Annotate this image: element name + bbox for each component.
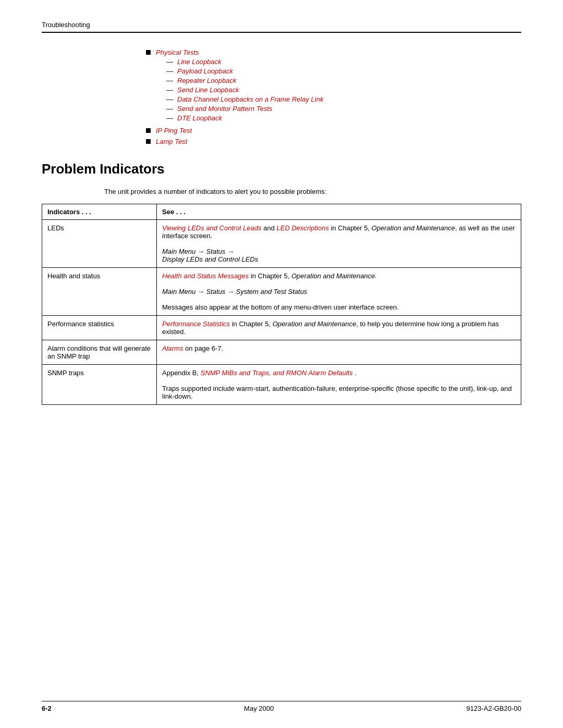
- sub-bullet-label[interactable]: Line Loopback: [177, 58, 222, 66]
- section-heading: Problem Indicators: [42, 161, 521, 177]
- indicators-table: Indicators . . . See . . . LEDs Viewing …: [42, 204, 521, 405]
- list-item: — DTE Loopback: [166, 114, 323, 122]
- table-row: Alarm conditions that will generate an S…: [42, 340, 521, 365]
- indicator-cell: Performance statistics: [42, 316, 157, 340]
- table-row: Health and status Health and Status Mess…: [42, 268, 521, 316]
- bullet-section: Physical Tests — Line Loopback — Payload…: [146, 48, 521, 145]
- indicator-cell: Alarm conditions that will generate an S…: [42, 340, 157, 365]
- indicator-cell: LEDs: [42, 220, 157, 268]
- bullet-square-icon: [146, 128, 151, 133]
- list-item: — Send Line Loopback: [166, 86, 323, 94]
- table-header-see: See . . .: [157, 204, 521, 220]
- sub-bullet-label[interactable]: Repeater Loopback: [177, 77, 236, 84]
- dash-icon: —: [166, 95, 173, 103]
- list-item: — Send and Monitor Pattern Tests: [166, 105, 323, 113]
- dash-icon: —: [166, 86, 173, 94]
- dash-icon: —: [166, 114, 173, 122]
- see-cell: Viewing LEDs and Control Leads and LED D…: [157, 220, 521, 268]
- list-item: Physical Tests — Line Loopback — Payload…: [146, 48, 521, 124]
- footer-document-id: 9123-A2-GB20-00: [466, 705, 521, 712]
- perf-link[interactable]: Performance Statistics: [162, 320, 230, 328]
- table-row: Performance statistics Performance Stati…: [42, 316, 521, 340]
- list-item: — Data Channel Loopbacks on a Frame Rela…: [166, 95, 323, 103]
- header-title: Troubleshooting: [42, 21, 90, 29]
- sub-bullet-label[interactable]: DTE Loopback: [177, 114, 222, 122]
- page-header: Troubleshooting: [42, 21, 521, 33]
- alarms-link[interactable]: Alarms: [162, 344, 183, 352]
- leds-viewing-link[interactable]: Viewing LEDs and Control Leads: [162, 224, 262, 232]
- health-link[interactable]: Health and Status Messages: [162, 272, 249, 280]
- bullet-square-icon: [146, 50, 151, 55]
- list-item: — Line Loopback: [166, 58, 323, 66]
- snmp-link[interactable]: SNMP MIBs and Traps, and RMON Alarm Defa…: [201, 369, 353, 377]
- table-header-indicators: Indicators . . .: [42, 204, 157, 220]
- sub-bullet-label[interactable]: Send Line Loopback: [177, 86, 239, 94]
- sub-bullet-label[interactable]: Data Channel Loopbacks on a Frame Relay …: [177, 95, 323, 103]
- dash-icon: —: [166, 77, 173, 84]
- dash-icon: —: [166, 58, 173, 66]
- leds-desc-link[interactable]: LED Descriptions: [276, 224, 328, 232]
- table-row: LEDs Viewing LEDs and Control Leads and …: [42, 220, 521, 268]
- table-row: SNMP traps Appendix B, SNMP MIBs and Tra…: [42, 365, 521, 405]
- sub-bullet-label[interactable]: Send and Monitor Pattern Tests: [177, 105, 272, 113]
- sub-bullet-label[interactable]: Payload Loopback: [177, 67, 233, 75]
- page-footer: 6-2 May 2000 9123-A2-GB20-00: [42, 701, 521, 712]
- bullet-label[interactable]: Lamp Test: [156, 138, 187, 145]
- list-item: IP Ping Test: [146, 127, 521, 134]
- list-item: — Payload Loopback: [166, 67, 323, 75]
- snmp-trap-description: Traps supported include warm-start, auth…: [162, 385, 512, 400]
- leds-menu-path: Main Menu → Status →Display LEDs and Con…: [162, 248, 258, 263]
- list-item: — Repeater Loopback: [166, 77, 323, 84]
- see-cell: Alarms on page 6-7.: [157, 340, 521, 365]
- see-cell: Health and Status Messages in Chapter 5,…: [157, 268, 521, 316]
- indicator-cell: Health and status: [42, 268, 157, 316]
- bullet-square-icon: [146, 139, 151, 144]
- footer-date: May 2000: [244, 705, 274, 712]
- health-menu-path: Main Menu → Status → System and Test Sta…: [162, 288, 307, 295]
- indicator-cell: SNMP traps: [42, 365, 157, 405]
- sub-bullet-list: — Line Loopback — Payload Loopback — Rep…: [166, 58, 323, 122]
- bullet-label[interactable]: Physical Tests: [156, 48, 199, 56]
- see-cell: Appendix B, SNMP MIBs and Traps, and RMO…: [157, 365, 521, 405]
- list-item: Lamp Test: [146, 138, 521, 145]
- bullet-label[interactable]: IP Ping Test: [156, 127, 192, 134]
- footer-page-number: 6-2: [42, 705, 52, 712]
- see-cell: Performance Statistics in Chapter 5, Ope…: [157, 316, 521, 340]
- dash-icon: —: [166, 67, 173, 75]
- dash-icon: —: [166, 105, 173, 113]
- intro-text: The unit provides a number of indicators…: [104, 188, 521, 195]
